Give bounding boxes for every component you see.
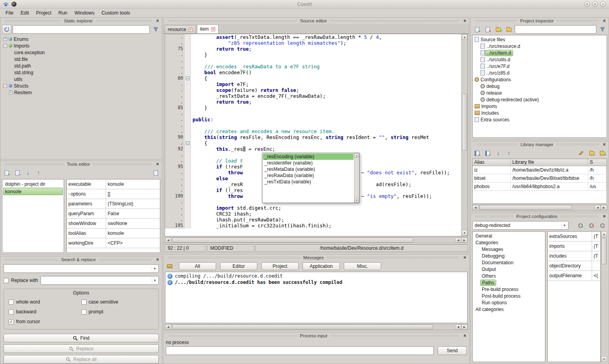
close-panel-icon[interactable]: × (462, 333, 468, 338)
tab-resource[interactable]: resource× (165, 25, 196, 33)
checkbox-prompt[interactable] (81, 309, 86, 315)
explorer-node-imports[interactable]: −Imports (2, 42, 160, 49)
library-row-bitset[interactable]: bitset/home/basile/Dev/Bitset/lib/bitse/… (473, 174, 607, 183)
project-node-extra-sources[interactable]: Extra sources (473, 116, 607, 123)
code-line[interactable]: . import std.digest.crc; (165, 205, 461, 211)
code-line[interactable]: . "z85 representation length mismatches"… (165, 40, 461, 46)
menu-item-run[interactable]: Run (55, 9, 71, 16)
messages-filter-editor[interactable]: Editor (220, 262, 257, 270)
find-button[interactable]: Find (4, 334, 159, 342)
close-panel-icon[interactable]: × (155, 257, 160, 262)
option-prompt[interactable]: prompt (81, 309, 154, 315)
completion-item-restxtdata-variable[interactable]: _resTxtData (variable) (263, 179, 354, 185)
expander-icon[interactable]: − (4, 44, 7, 48)
tab-close-icon[interactable]: × (189, 27, 193, 32)
vscroll-thumb[interactable] (602, 238, 607, 264)
code-line[interactable]: . /// creates and encodes a new resource… (165, 128, 461, 134)
checkbox-backward[interactable] (9, 309, 14, 315)
config-category-general[interactable]: General (473, 232, 545, 239)
project-node-src-utils-d[interactable]: ../src/utils.d (473, 56, 607, 63)
tool-property-row-options[interactable]: ›options[] (67, 189, 160, 199)
code-line[interactable]: . /// encodes _resRawData to a e7F strin… (165, 64, 461, 70)
send-button[interactable]: Send (438, 346, 467, 355)
filter-options-button[interactable] (598, 25, 607, 34)
library-row-iz[interactable]: iz/home/basile/Dev/Iz/lib/iz.a/h (473, 166, 607, 174)
code-line[interactable]: 80− { (165, 75, 461, 81)
completion-item-residentifier-variable[interactable]: _resIdentifier (variable) (263, 160, 354, 166)
tool-property-row-executable[interactable]: executablekonsole (67, 179, 160, 189)
code-view[interactable]: . assert(_resTxtData.length == _resRawDa… (165, 34, 461, 236)
checkbox-from-cursor[interactable]: ✓ (9, 319, 14, 324)
code-line[interactable]: . scope(failure) return false; (165, 87, 461, 93)
hscroll-track[interactable] (171, 324, 455, 329)
scroll-left-icon[interactable]: ◀ (165, 238, 171, 243)
scroll-right-icon[interactable]: ▶ (461, 324, 468, 329)
close-panel-icon[interactable]: × (602, 142, 607, 147)
hscroll-track[interactable] (479, 205, 594, 210)
project-node-debug-redirected-active[interactable]: debug-redirected (active) (473, 96, 607, 103)
editor-hscrollbar[interactable]: ◀ ◀ ▶ (165, 237, 468, 243)
menu-item-edit[interactable]: Edit (17, 9, 32, 16)
code-line[interactable]: 75 return true; (165, 46, 461, 52)
move-library-up-button[interactable] (504, 148, 514, 158)
config-category-debugging[interactable]: Debugging (473, 252, 545, 259)
expander-icon[interactable]: + (9, 91, 13, 94)
scroll-left-icon[interactable]: ◀ (455, 324, 461, 329)
refresh-button[interactable] (2, 25, 11, 34)
open-folder-button[interactable] (504, 25, 514, 34)
project-node-imports[interactable]: Imports (473, 103, 607, 110)
hscroll-thumb[interactable] (479, 205, 572, 210)
code-line[interactable]: .public: (165, 117, 461, 123)
config-category-categories[interactable]: Categories (473, 239, 545, 246)
config-category-output[interactable]: Output (473, 266, 545, 273)
config-category-run-options[interactable]: Run options (473, 299, 545, 306)
hscroll-track[interactable] (171, 238, 455, 243)
symbol-filter-input[interactable] (13, 25, 150, 34)
add-source-button[interactable]: + (472, 25, 482, 34)
editor-vscrollbar[interactable]: ▲ ▼ (461, 34, 468, 236)
clear-messages-button[interactable] (165, 262, 174, 271)
project-node-release[interactable]: release (473, 90, 607, 96)
code-line[interactable]: 92 this._res = resEnc; (165, 146, 461, 152)
tab-item[interactable]: item× (197, 24, 219, 33)
config-category-paths[interactable]: Paths (473, 279, 545, 286)
scroll-down-icon[interactable]: ▼ (601, 356, 607, 362)
add-tool-button[interactable]: + (2, 168, 11, 177)
explorer-node-structs[interactable]: −Structs (2, 82, 160, 89)
config-category-messages[interactable]: Messages (473, 246, 545, 252)
scroll-up-icon[interactable]: ▲ (462, 34, 468, 40)
code-line[interactable]: . return true; (165, 99, 461, 105)
checkbox-whole-word[interactable] (9, 300, 14, 305)
code-line[interactable]: . } (165, 52, 461, 58)
remove-tool-button[interactable]: − (13, 168, 22, 177)
menu-item-file[interactable]: File (2, 9, 17, 16)
checkbox-case-sensitive[interactable] (81, 300, 86, 305)
close-panel-icon[interactable]: × (462, 255, 468, 260)
tool-item-dolphin-project-dir[interactable]: dolphin - project dir (3, 180, 63, 188)
config-property-row-extrasources[interactable]: extraSources(T (548, 232, 600, 241)
explorer-node-std-file[interactable]: std.file (2, 56, 160, 62)
code-line[interactable]: . assert(_resTxtData.length == _resRawDa… (165, 34, 461, 40)
process-input-field[interactable] (166, 346, 434, 355)
code-line[interactable]: . CRC32 ihash; (165, 211, 461, 217)
configuration-vscrollbar[interactable]: ▲ ▼ (601, 231, 607, 362)
code-line[interactable]: 105 _initialSum = crc322uint(ihash.finis… (165, 223, 461, 229)
config-category-documentation[interactable]: Documentation (473, 259, 545, 266)
remove-source-button[interactable]: × (483, 25, 492, 34)
completion-item-resencoding-variable[interactable]: _resEncoding (variable) (263, 154, 354, 160)
fold-marker-icon[interactable]: − (186, 77, 189, 80)
inspector-filter-input[interactable] (515, 25, 596, 34)
filter-options-button[interactable] (151, 25, 160, 34)
tool-property-row-showwindow[interactable]: showWindowswoNone (67, 219, 160, 229)
option-case-sensitive[interactable]: case sensitive (81, 299, 154, 305)
tool-property-row-queryparam[interactable]: queryParamFalse (67, 209, 160, 219)
library-column-header-s[interactable]: S (588, 159, 607, 166)
tool-property-row-workingdire[interactable]: workingDire<CFP> (67, 238, 160, 248)
messages-hscrollbar[interactable]: ◀ ◀ ▶ (165, 324, 468, 330)
project-node-debug[interactable]: debug (473, 83, 607, 90)
clone-configuration-button[interactable]: ↑ (598, 221, 607, 230)
code-line[interactable]: .− { (165, 140, 461, 146)
messages-filter-all[interactable]: All (179, 262, 216, 270)
menu-item-project[interactable]: Project (33, 9, 55, 16)
code-line[interactable]: . (165, 111, 461, 117)
